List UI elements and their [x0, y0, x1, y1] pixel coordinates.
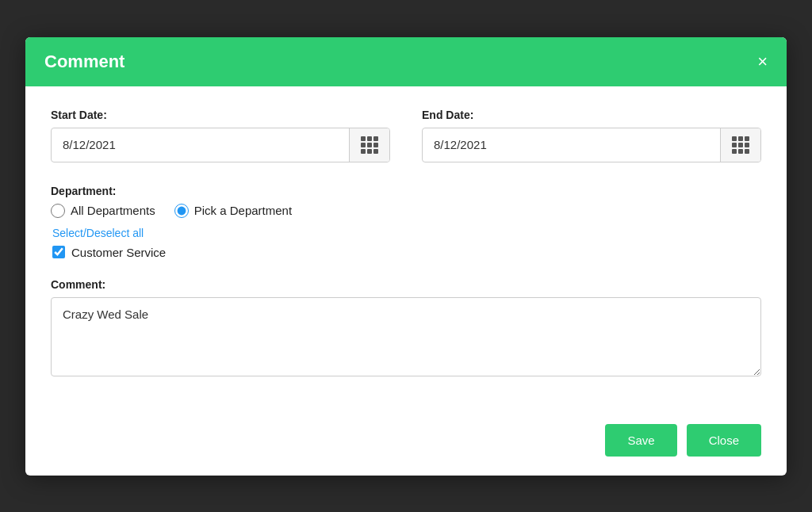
start-date-calendar-button[interactable]: [349, 128, 389, 162]
all-departments-radio-label[interactable]: All Departments: [51, 204, 155, 218]
comment-label: Comment:: [51, 278, 761, 291]
end-date-input[interactable]: [423, 130, 720, 159]
pick-department-radio[interactable]: [174, 204, 189, 218]
department-select-deselect-row: Select/Deselect all: [51, 226, 761, 246]
modal-close-button[interactable]: ×: [757, 53, 768, 71]
start-date-group: Start Date:: [51, 109, 390, 162]
start-date-input[interactable]: [52, 130, 349, 159]
end-date-input-wrapper: [422, 128, 761, 162]
comment-textarea[interactable]: Crazy Wed Sale: [51, 297, 761, 376]
pick-department-radio-label[interactable]: Pick a Department: [174, 204, 292, 218]
department-section: Department: All Departments Pick a Depar…: [51, 185, 761, 259]
customer-service-label: Customer Service: [71, 246, 166, 259]
save-button[interactable]: Save: [605, 424, 676, 457]
end-date-calendar-button[interactable]: [720, 128, 760, 162]
department-radio-row: All Departments Pick a Department: [51, 204, 761, 218]
comment-modal: Comment × Start Date: En: [25, 37, 787, 476]
modal-footer: Save Close: [25, 424, 787, 476]
start-date-input-wrapper: [51, 128, 390, 162]
start-calendar-icon: [361, 136, 378, 154]
modal-title: Comment: [44, 52, 124, 72]
close-button[interactable]: Close: [687, 424, 761, 457]
select-deselect-link[interactable]: Select/Deselect all: [52, 227, 144, 239]
customer-service-checkbox-row: Customer Service: [52, 246, 761, 259]
start-date-label: Start Date:: [51, 109, 390, 121]
date-row: Start Date: End Date:: [51, 109, 761, 162]
modal-header: Comment ×: [25, 37, 787, 86]
end-calendar-icon: [732, 136, 749, 154]
end-date-group: End Date:: [422, 109, 761, 162]
modal-body: Start Date: End Date:: [25, 86, 787, 424]
all-departments-radio[interactable]: [51, 204, 65, 218]
comment-section: Comment: Crazy Wed Sale: [51, 278, 761, 380]
all-departments-radio-text: All Departments: [71, 204, 155, 217]
department-label: Department:: [51, 185, 761, 197]
end-date-label: End Date:: [422, 109, 761, 121]
customer-service-checkbox[interactable]: [52, 246, 65, 258]
pick-department-radio-text: Pick a Department: [194, 204, 292, 217]
